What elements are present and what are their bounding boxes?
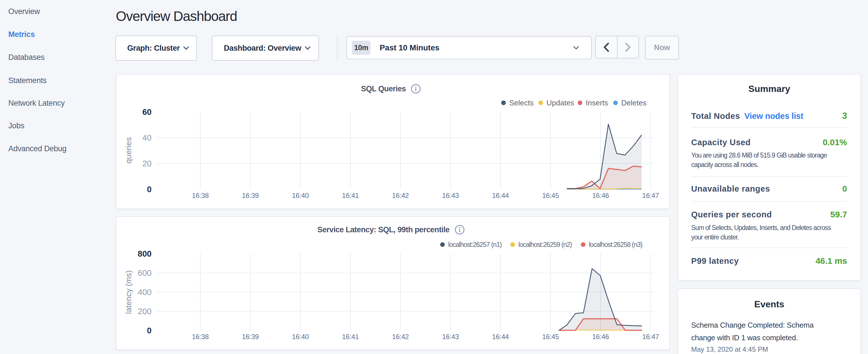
svg-text:0: 0 bbox=[147, 185, 152, 194]
svg-text:16:46: 16:46 bbox=[592, 333, 609, 341]
svg-text:20: 20 bbox=[143, 159, 152, 168]
svg-text:16:47: 16:47 bbox=[642, 333, 659, 341]
svg-text:16:38: 16:38 bbox=[192, 192, 209, 199]
svg-text:400: 400 bbox=[138, 288, 152, 297]
svg-text:latency (ms): latency (ms) bbox=[124, 270, 133, 314]
svg-text:16:42: 16:42 bbox=[392, 192, 409, 199]
svg-text:16:44: 16:44 bbox=[492, 333, 509, 341]
svg-text:16:43: 16:43 bbox=[442, 333, 459, 341]
svg-text:16:38: 16:38 bbox=[192, 333, 209, 341]
svg-text:200: 200 bbox=[138, 307, 152, 316]
svg-text:40: 40 bbox=[143, 133, 152, 142]
svg-text:16:39: 16:39 bbox=[242, 192, 259, 199]
svg-text:16:47: 16:47 bbox=[642, 192, 659, 199]
svg-text:16:39: 16:39 bbox=[242, 333, 259, 341]
svg-text:16:45: 16:45 bbox=[542, 192, 559, 199]
svg-text:0: 0 bbox=[147, 326, 152, 335]
svg-text:16:40: 16:40 bbox=[292, 333, 309, 341]
svg-text:16:43: 16:43 bbox=[442, 192, 459, 199]
svg-text:800: 800 bbox=[138, 249, 152, 258]
svg-text:16:42: 16:42 bbox=[392, 333, 409, 341]
svg-text:16:46: 16:46 bbox=[592, 192, 609, 199]
svg-text:16:45: 16:45 bbox=[542, 333, 559, 341]
svg-text:16:44: 16:44 bbox=[492, 192, 509, 199]
svg-text:16:41: 16:41 bbox=[342, 192, 359, 199]
svg-text:queries: queries bbox=[124, 137, 133, 164]
svg-text:600: 600 bbox=[138, 268, 152, 278]
svg-text:16:41: 16:41 bbox=[342, 333, 359, 341]
svg-text:16:40: 16:40 bbox=[292, 192, 309, 199]
svg-text:60: 60 bbox=[143, 107, 152, 117]
